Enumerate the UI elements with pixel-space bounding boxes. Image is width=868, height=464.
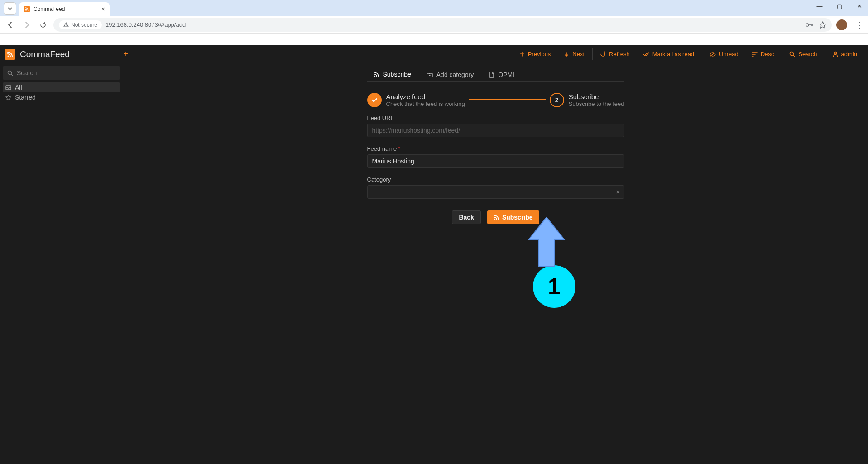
inbox-icon [5,85,11,90]
tab-search-dropdown[interactable] [4,2,16,15]
form-buttons: Back Subscribe [367,210,624,224]
subscribe-button[interactable]: Subscribe [487,210,539,224]
step-title: Analyze feed [386,93,465,100]
content-tabs: Subscribe Add category OPML [367,68,624,82]
window-controls: — ▢ ✕ [814,3,865,10]
step-title: Subscribe [569,93,624,100]
app-topbar: CommaFeed + Previous Next Refresh Mark a… [0,45,868,63]
input-feed-url [367,124,624,137]
step-desc: Subscribe to the feed [569,100,624,107]
svg-point-7 [374,75,375,76]
refresh-icon [600,51,606,57]
svg-point-8 [494,218,496,220]
tab-title: CommaFeed [34,6,65,12]
svg-point-1 [806,24,809,26]
label-feed-name: Feed name* [367,145,624,152]
browser-tab-strip: CommaFeed × — ▢ ✕ [0,0,868,16]
arrow-up-icon [519,52,525,57]
svg-point-4 [834,52,836,54]
action-unread[interactable]: Unread [702,48,745,60]
label-category: Category [367,176,624,183]
bookmark-star-icon[interactable] [819,21,826,29]
field-feed-name: Feed name* [367,145,624,168]
password-key-icon[interactable] [806,22,814,28]
app-root: CommaFeed + Previous Next Refresh Mark a… [0,45,868,464]
person-icon [833,51,838,57]
window-close[interactable]: ✕ [854,3,865,10]
tab-add-category[interactable]: Add category [425,68,476,81]
warning-icon [63,22,69,28]
arrow-down-icon [564,52,569,57]
step-analyze: Analyze feed Check that the feed is work… [367,93,465,107]
field-feed-url: Feed URL [367,115,624,137]
input-feed-name[interactable] [367,154,624,168]
action-user-menu[interactable]: admin [825,48,863,60]
action-search[interactable]: Search [782,48,823,60]
sidebar-item-label: All [15,84,22,91]
security-chip[interactable]: Not secure [59,20,102,29]
security-label: Not secure [71,22,97,28]
sidebar-item-starred[interactable]: Starred [3,92,120,102]
window-minimize[interactable]: — [814,3,825,10]
svg-point-2 [8,55,9,57]
nav-back-button[interactable] [5,19,16,31]
stepper: Analyze feed Check that the feed is work… [367,93,624,107]
double-check-icon [643,52,649,57]
back-button[interactable]: Back [452,210,480,224]
main-content: Subscribe Add category OPML [123,63,868,464]
eye-off-icon [710,52,716,57]
sidebar-search[interactable]: Search [3,66,120,80]
nav-reload-button[interactable] [37,19,49,31]
top-actions: Previous Next Refresh Mark all as read U… [513,48,863,60]
sort-desc-icon [752,52,758,57]
add-button[interactable]: + [120,49,131,59]
tab-subscribe[interactable]: Subscribe [372,68,413,81]
tab-opml[interactable]: OPML [487,68,518,81]
address-bar[interactable]: Not secure 192.168.0.240:8073/#/app/add [53,18,832,32]
label-feed-url: Feed URL [367,115,624,121]
rss-icon [374,72,379,77]
search-icon [7,70,13,76]
action-mark-all-read[interactable]: Mark all as read [636,48,700,60]
browser-toolbar: Not secure 192.168.0.240:8073/#/app/add … [0,16,868,34]
search-placeholder: Search [17,69,37,77]
svg-point-0 [66,25,66,26]
nav-forward-button[interactable] [21,19,33,31]
step-desc: Check that the feed is working [386,100,465,107]
search-icon [789,51,795,57]
star-icon [5,95,11,100]
brand-icon [5,49,15,60]
action-previous[interactable]: Previous [513,48,557,60]
browser-tab[interactable]: CommaFeed × [19,2,110,16]
step-check-icon [367,93,382,107]
window-maximize[interactable]: ▢ [834,3,845,10]
profile-avatar[interactable] [836,19,847,30]
clear-category-icon[interactable]: × [616,188,619,196]
tab-favicon [24,6,30,12]
action-sort-desc[interactable]: Desc [745,48,781,60]
svg-point-3 [790,52,794,56]
folder-plus-icon [427,72,433,77]
rss-icon [494,215,499,220]
action-refresh[interactable]: Refresh [592,48,636,60]
sidebar-item-all[interactable]: All [3,82,120,92]
action-next[interactable]: Next [557,48,591,60]
file-icon [489,72,494,78]
step-subscribe: 2 Subscribe Subscribe to the feed [550,93,624,107]
tab-close-icon[interactable]: × [101,5,105,13]
url-text: 192.168.0.240:8073/#/app/add [106,21,186,28]
input-category[interactable] [367,185,624,199]
brand[interactable]: CommaFeed [5,49,120,60]
step-number: 2 [550,93,564,107]
sidebar: Search All Starred [0,63,123,464]
field-category: Category × [367,176,624,199]
svg-point-5 [8,71,12,74]
browser-menu-icon[interactable]: ⋮ [855,20,863,30]
sidebar-item-label: Starred [15,94,36,101]
step-connector [469,99,546,100]
brand-name: CommaFeed [20,49,70,59]
